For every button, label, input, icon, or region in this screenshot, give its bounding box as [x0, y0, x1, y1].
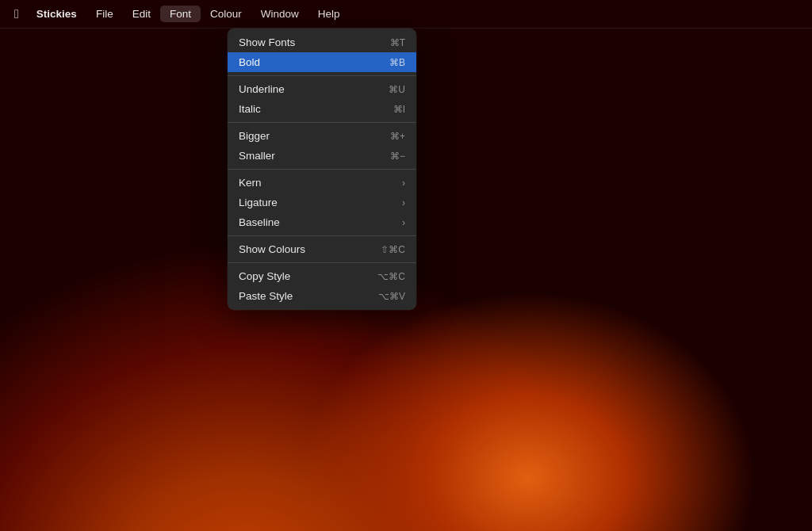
chevron-right-icon: › — [402, 217, 405, 228]
menu-item-underline-label: Underline — [239, 83, 389, 95]
apple-menu-item[interactable]:  — [6, 5, 27, 24]
menu-item-bigger-label: Bigger — [239, 130, 390, 142]
menu-item-italic-shortcut: ⌘I — [393, 104, 405, 115]
menu-item-copy-style-label: Copy Style — [239, 270, 377, 282]
menubar-item-font[interactable]: Font — [160, 6, 201, 23]
separator-1 — [228, 75, 416, 76]
menu-item-show-colours-label: Show Colours — [239, 243, 381, 255]
menu-item-baseline[interactable]: Baseline › — [228, 212, 416, 232]
menubar-item-file[interactable]: File — [86, 6, 123, 23]
separator-4 — [228, 235, 416, 236]
menu-item-ligature[interactable]: Ligature › — [228, 193, 416, 212]
menu-item-bigger-shortcut: ⌘+ — [390, 131, 405, 142]
menu-item-smaller[interactable]: Smaller ⌘− — [228, 146, 416, 166]
menu-item-baseline-label: Baseline — [239, 216, 402, 228]
menu-item-bold-label: Bold — [239, 56, 389, 68]
menu-item-paste-style-label: Paste Style — [239, 290, 378, 302]
menubar-item-help[interactable]: Help — [308, 6, 350, 23]
menubar:  Stickies File Edit Font Colour Window … — [0, 0, 812, 29]
font-dropdown-menu: Show Fonts ⌘T Bold ⌘B Underline ⌘U Itali… — [228, 29, 416, 310]
menu-item-copy-style[interactable]: Copy Style ⌥⌘C — [228, 266, 416, 286]
menu-item-smaller-label: Smaller — [239, 150, 390, 162]
menu-item-italic-label: Italic — [239, 103, 393, 115]
menu-item-bold[interactable]: Bold ⌘B — [228, 52, 416, 72]
menubar-item-colour[interactable]: Colour — [201, 6, 251, 23]
menu-item-show-fonts[interactable]: Show Fonts ⌘T — [228, 32, 416, 52]
menu-item-italic[interactable]: Italic ⌘I — [228, 99, 416, 119]
menu-item-paste-style-shortcut: ⌥⌘V — [378, 291, 405, 302]
menubar-item-edit[interactable]: Edit — [123, 6, 160, 23]
menu-item-ligature-label: Ligature — [239, 197, 402, 208]
menu-item-show-colours[interactable]: Show Colours ⇧⌘C — [228, 239, 416, 259]
menubar-item-stickies[interactable]: Stickies — [27, 6, 86, 23]
menu-item-underline-shortcut: ⌘U — [389, 84, 405, 95]
menu-item-smaller-shortcut: ⌘− — [390, 151, 405, 162]
menubar-item-window[interactable]: Window — [251, 6, 308, 23]
menu-item-paste-style[interactable]: Paste Style ⌥⌘V — [228, 286, 416, 306]
menu-item-kern[interactable]: Kern › — [228, 173, 416, 193]
menu-item-bold-shortcut: ⌘B — [389, 57, 405, 68]
separator-5 — [228, 262, 416, 263]
menu-item-copy-style-shortcut: ⌥⌘C — [377, 271, 405, 282]
chevron-right-icon: › — [402, 178, 405, 189]
chevron-right-icon: › — [402, 197, 405, 208]
menu-item-underline[interactable]: Underline ⌘U — [228, 79, 416, 99]
separator-3 — [228, 169, 416, 170]
menu-item-bigger[interactable]: Bigger ⌘+ — [228, 126, 416, 146]
menu-item-show-fonts-label: Show Fonts — [239, 36, 390, 48]
menu-item-kern-label: Kern — [239, 177, 402, 189]
menu-item-show-fonts-shortcut: ⌘T — [390, 37, 405, 48]
separator-2 — [228, 122, 416, 123]
menu-item-show-colours-shortcut: ⇧⌘C — [381, 244, 405, 255]
